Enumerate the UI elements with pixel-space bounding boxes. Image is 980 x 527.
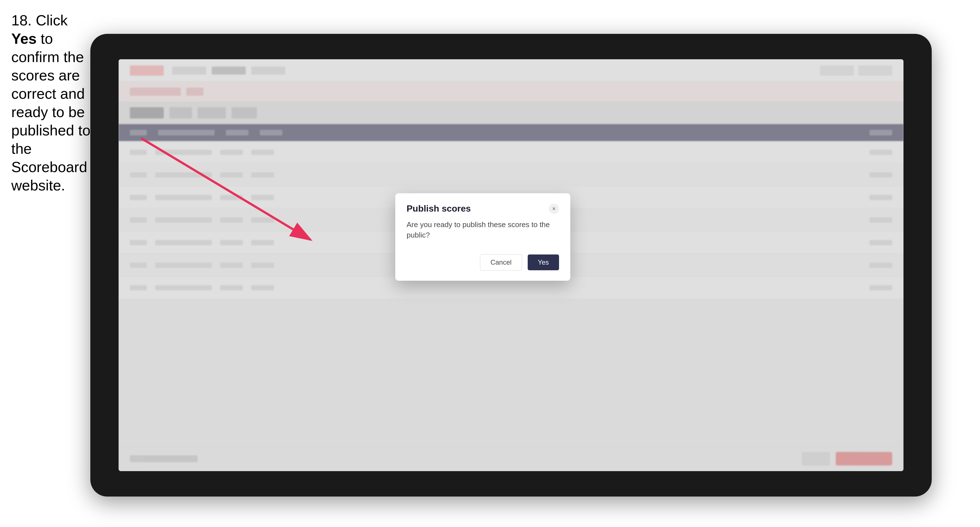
instruction-bold: Yes <box>11 30 37 47</box>
yes-button[interactable]: Yes <box>528 254 559 270</box>
step-number: 18. <box>11 12 32 29</box>
modal-body: Are you ready to publish these scores to… <box>395 219 570 249</box>
modal-dialog: Publish scores × Are you ready to publis… <box>395 193 570 281</box>
modal-header: Publish scores × <box>395 193 570 219</box>
modal-overlay: Publish scores × Are you ready to publis… <box>119 59 904 471</box>
modal-footer: Cancel Yes <box>395 249 570 281</box>
tablet-screen: Publish scores × Are you ready to publis… <box>119 59 904 471</box>
instruction-text: 18. Click Yes to confirm the scores are … <box>11 11 93 195</box>
tablet-device: Publish scores × Are you ready to publis… <box>90 34 932 497</box>
cancel-button[interactable]: Cancel <box>480 254 522 271</box>
instruction-part2: to confirm the scores are correct and re… <box>11 30 90 194</box>
instruction-part1: Click <box>32 12 67 29</box>
modal-title: Publish scores <box>407 203 471 214</box>
modal-close-button[interactable]: × <box>549 204 559 214</box>
